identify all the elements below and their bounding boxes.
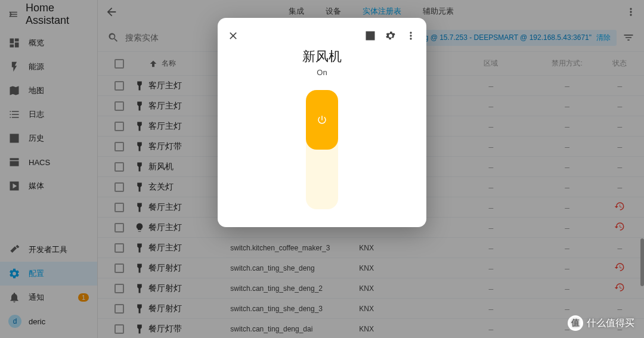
- watermark: 值 什么值得买: [568, 315, 634, 331]
- gear-icon[interactable]: [385, 30, 397, 42]
- history-icon[interactable]: [364, 30, 376, 42]
- watermark-badge: 值: [568, 315, 583, 331]
- modal-overlay[interactable]: 新风机 On: [0, 0, 644, 338]
- dialog-title: 新风机: [227, 48, 417, 66]
- power-toggle[interactable]: [306, 90, 338, 209]
- power-icon: [317, 114, 327, 125]
- entity-dialog: 新风机 On: [218, 18, 426, 227]
- dialog-state: On: [227, 68, 417, 77]
- toggle-handle[interactable]: [306, 90, 338, 150]
- close-icon[interactable]: [227, 30, 239, 42]
- overflow-menu-icon[interactable]: [405, 30, 417, 42]
